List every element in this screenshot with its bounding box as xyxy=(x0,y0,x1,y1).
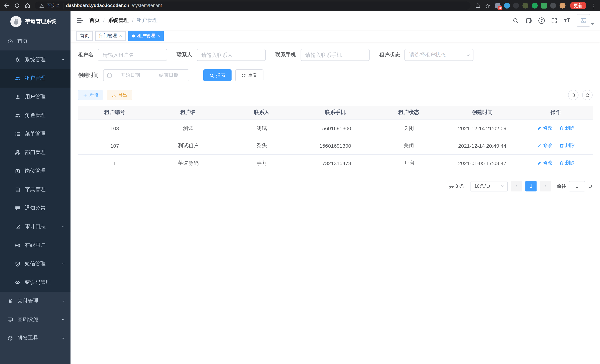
table-row[interactable]: 107 测试租户 秃头 15601691300 关闭 2021-12-14 20… xyxy=(78,137,593,154)
app-logo[interactable]: 芋道管理系统 xyxy=(0,11,71,32)
cell-created: 2021-12-14 20:49:44 xyxy=(445,137,519,154)
extension-icon-puzzle[interactable] xyxy=(550,3,556,9)
extensions-cluster: 10 xyxy=(495,3,565,9)
page-number-button[interactable]: 1 xyxy=(525,181,536,191)
prev-page-button[interactable] xyxy=(511,181,522,191)
mobile-input[interactable] xyxy=(300,49,370,61)
sidebar-item-online-user[interactable]: 在线用户 xyxy=(0,236,71,254)
extension-icon-green-chat[interactable] xyxy=(541,3,547,9)
shield-icon xyxy=(15,261,20,267)
calendar-icon xyxy=(107,73,112,78)
extension-icon-olive[interactable] xyxy=(523,3,528,9)
edit-button[interactable]: 修改 xyxy=(537,125,553,131)
add-button[interactable]: 新增 xyxy=(78,90,103,100)
reset-button[interactable]: 重置 xyxy=(235,69,263,81)
fullscreen-icon[interactable] xyxy=(551,17,558,24)
profile-avatar-icon[interactable] xyxy=(560,3,565,9)
screen: 不安全 dashboard.yudao.iocoder.cn/system/te… xyxy=(0,0,600,364)
sidebar-item-dict[interactable]: 字典管理 xyxy=(0,180,71,199)
search-button[interactable]: 搜索 xyxy=(203,69,232,81)
tenant-name-input[interactable] xyxy=(98,49,167,61)
status-select[interactable]: 请选择租户状态 xyxy=(404,49,473,61)
cell-tenant-name: 芋道源码 xyxy=(151,154,225,172)
total-count: 共 3 条 xyxy=(449,183,464,189)
delete-button[interactable]: 删除 xyxy=(559,160,575,166)
sidebar-item-label: 短信管理 xyxy=(25,261,46,267)
tab-dept[interactable]: 部门管理 × xyxy=(95,31,126,41)
tree-icon xyxy=(15,150,20,155)
sidebar-item-system[interactable]: 系统管理 xyxy=(0,50,71,69)
extension-icon-green-circle[interactable] xyxy=(532,3,538,9)
sidebar-collapse-icon[interactable] xyxy=(76,17,84,24)
contact-input[interactable] xyxy=(197,49,266,61)
search-label: 搜索 xyxy=(216,72,225,79)
browser-menu-icon[interactable]: ⋮ xyxy=(591,3,596,8)
sidebar-item-post[interactable]: 岗位管理 xyxy=(0,162,71,180)
next-page-button[interactable] xyxy=(540,181,551,191)
sidebar-item-role[interactable]: 角色管理 xyxy=(0,106,71,125)
sidebar-item-notice[interactable]: 通知公告 xyxy=(0,199,71,217)
sidebar-item-home[interactable]: 首页 xyxy=(0,32,71,50)
cell-tenant-id: 108 xyxy=(78,120,151,137)
delete-button[interactable]: 删除 xyxy=(559,142,575,149)
table-row[interactable]: 1 芋道源码 芋艿 17321315478 开启 2021-01-05 17:0… xyxy=(78,154,593,172)
delete-button[interactable]: 删除 xyxy=(559,125,575,131)
search-icon[interactable] xyxy=(513,17,519,24)
tab-tenant[interactable]: 租户管理 × xyxy=(128,31,164,41)
breadcrumb-item[interactable]: 系统管理 xyxy=(108,17,129,24)
cell-status: 关闭 xyxy=(372,137,445,154)
page-content: 租户名 联系人 联系手机 租户状态 请选择租户状态 xyxy=(71,42,600,364)
extension-icon-badged[interactable]: 10 xyxy=(495,3,501,9)
col-created: 创建时间 xyxy=(445,106,519,120)
sidebar-item-dept[interactable]: 部门管理 xyxy=(0,143,71,162)
close-icon[interactable]: × xyxy=(157,33,160,38)
security-label[interactable]: 不安全 xyxy=(47,2,64,9)
tab-home[interactable]: 首页 xyxy=(76,31,93,41)
sidebar-item-devtool[interactable]: 研发工具 xyxy=(0,329,71,347)
cell-tenant-id: 1 xyxy=(78,154,151,172)
filter-status: 租户状态 请选择租户状态 xyxy=(379,49,473,61)
sidebar-item-label: 菜单管理 xyxy=(25,131,46,137)
date-range-picker[interactable]: 开始日期 - 结束日期 xyxy=(103,69,189,81)
users-icon xyxy=(15,113,20,118)
chevron-down-icon xyxy=(61,261,65,266)
edit-button[interactable]: 修改 xyxy=(537,160,553,166)
goto-page-input[interactable] xyxy=(569,181,585,191)
update-button[interactable]: 更新 xyxy=(570,2,586,9)
page-size-select[interactable]: 10条/页 xyxy=(470,181,508,191)
table-row[interactable]: 108 测试 测试 15601691300 关闭 2021-12-14 21:0… xyxy=(78,120,593,137)
toggle-search-button[interactable] xyxy=(568,90,579,100)
github-icon[interactable] xyxy=(525,17,532,24)
user-avatar[interactable] xyxy=(577,14,594,27)
col-tenant-id: 租户编号 xyxy=(78,106,151,120)
sidebar-item-audit-log[interactable]: 审计日志 xyxy=(0,217,71,236)
share-icon[interactable] xyxy=(475,3,481,9)
sidebar-item-user[interactable]: 用户管理 xyxy=(0,88,71,106)
sidebar-item-infra[interactable]: 基础设施 xyxy=(0,310,71,329)
breadcrumb-item[interactable]: 首页 xyxy=(89,17,100,24)
back-icon[interactable] xyxy=(4,3,10,9)
sidebar-item-sms[interactable]: 短信管理 xyxy=(0,254,71,273)
table-header-row: 租户编号 租户名 联系人 联系手机 租户状态 创建时间 操作 xyxy=(78,106,593,120)
extension-icon-dark[interactable] xyxy=(513,3,519,9)
filter-mobile: 联系手机 xyxy=(275,49,370,61)
home-icon[interactable] xyxy=(25,3,30,9)
export-button[interactable]: 导出 xyxy=(107,90,132,100)
sidebar-item-menu[interactable]: 菜单管理 xyxy=(0,125,71,143)
gear-icon xyxy=(15,57,20,63)
close-icon[interactable]: × xyxy=(119,33,122,38)
font-size-icon[interactable]: тT xyxy=(564,17,570,24)
extension-badge: 10 xyxy=(497,6,502,10)
reload-icon[interactable] xyxy=(14,3,20,9)
edit-button[interactable]: 修改 xyxy=(537,142,553,149)
bookmark-star-icon[interactable]: ☆ xyxy=(485,3,490,8)
help-icon[interactable]: ? xyxy=(539,17,545,24)
sidebar-item-tenant[interactable]: 租户管理 xyxy=(0,69,71,88)
range-separator: - xyxy=(149,73,150,78)
extension-icon-blue[interactable] xyxy=(504,3,510,9)
refresh-table-button[interactable] xyxy=(582,90,593,100)
sidebar-item-pay[interactable]: ¥ 支付管理 xyxy=(0,292,71,310)
sidebar-item-error-code[interactable]: 错误码管理 xyxy=(0,273,71,292)
add-label: 新增 xyxy=(89,92,98,98)
address-bar[interactable]: 不安全 dashboard.yudao.iocoder.cn/system/te… xyxy=(35,1,470,10)
